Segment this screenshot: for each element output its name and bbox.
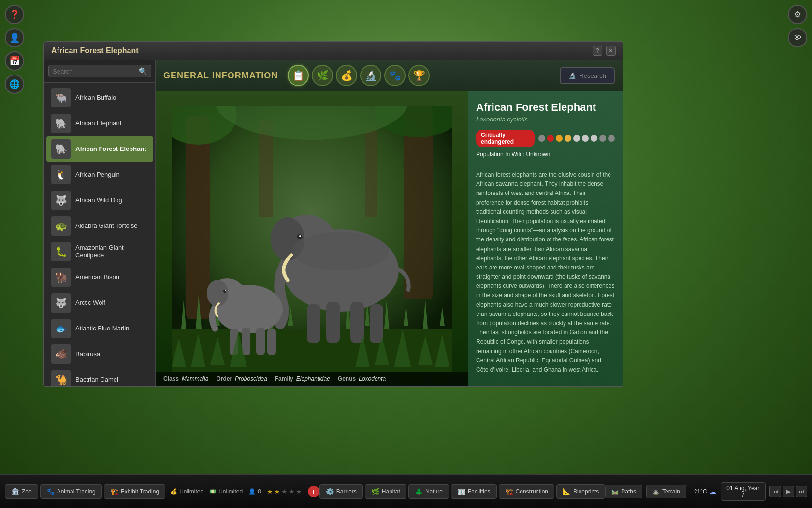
animal-name-arctic-wolf: Arctic Wolf [75, 299, 105, 307]
svg-point-38 [223, 290, 226, 293]
barriers-label: Barriers [336, 488, 357, 495]
hud-top-right: ⚙ 👁 [788, 5, 807, 47]
taskbar-blueprints-button[interactable]: 📐Blueprints [556, 484, 605, 499]
taxonomy-bar: ClassMammaliaOrderProboscideaFamilyEleph… [156, 372, 468, 386]
window-controls: ? ✕ [593, 46, 616, 56]
tab-trophy-button[interactable]: 🏆 [408, 65, 430, 86]
animal-item-african-elephant[interactable]: 🐘 African Elephant [46, 111, 153, 136]
money-stat-2: 💵 Unlimited [209, 488, 243, 495]
research-button[interactable]: 🔬 Research [560, 67, 615, 84]
exhibit-trading-label: Exhibit Trading [121, 488, 159, 495]
tab-social-button[interactable]: 🐾 [384, 65, 406, 86]
taskbar: 🏛️Zoo🐾Animal Trading🏗️Exhibit Trading 💰 … [0, 474, 812, 508]
population-value: Unknown [526, 151, 550, 158]
svg-point-29 [299, 235, 301, 237]
paths-label: Paths [621, 488, 636, 495]
animal-item-bactrian-camel[interactable]: 🐪 Bactrian Camel [46, 367, 153, 386]
construction-icon: 🏗️ [505, 488, 513, 495]
animal-name-bactrian-camel: Bactrian Camel [75, 376, 118, 384]
play-button[interactable]: ▶ [783, 486, 794, 497]
svg-point-34 [292, 232, 389, 270]
taskbar-animal-trading-button[interactable]: 🐾Animal Trading [40, 484, 102, 499]
eye-icon[interactable]: 👁 [788, 28, 807, 47]
animal-scientific-name: Loxodonta cyclotis [476, 116, 615, 123]
money-value-1: Unlimited [179, 488, 203, 495]
facilities-label: Facilities [468, 488, 491, 495]
svg-rect-43 [267, 329, 276, 355]
tab-habitat-button[interactable]: 🌿 [312, 65, 333, 86]
taskbar-nature-button[interactable]: 🌲Nature [408, 484, 449, 499]
animal-name-aldabra-giant-tortoise: Aldabra Giant Tortoise [75, 222, 137, 230]
temperature-display: 21°C [694, 488, 707, 495]
sidebar: 🔍 🐃 African Buffalo 🐘 African Elephant 🐘… [44, 60, 156, 386]
settings-icon[interactable]: ⚙ [788, 5, 807, 24]
tab-icons: 📋🌿💰🔬🐾🏆 [288, 65, 430, 86]
svg-rect-4 [365, 130, 377, 217]
animal-item-african-buffalo[interactable]: 🐃 African Buffalo [46, 85, 153, 110]
paths-button[interactable]: 🛤️ Paths [605, 485, 642, 498]
taskbar-construction-button[interactable]: 🏗️Construction [499, 484, 554, 499]
search-input[interactable] [53, 68, 139, 75]
help-icon[interactable]: ❓ [5, 5, 24, 24]
taskbar-habitat-button[interactable]: 🌿Habitat [365, 484, 406, 499]
status-dot-1 [547, 135, 554, 142]
animal-item-aldabra-giant-tortoise[interactable]: 🐢 Aldabra Giant Tortoise [46, 213, 153, 239]
taskbar-exhibit-trading-button[interactable]: 🏗️Exhibit Trading [104, 484, 165, 499]
taxonomy-value: Loxodonta [359, 375, 386, 382]
status-dots [538, 135, 615, 142]
animal-thumb-african-forest-elephant: 🐘 [51, 139, 71, 159]
window-help-button[interactable]: ? [593, 46, 602, 56]
status-dot-8 [608, 135, 615, 142]
animal-item-babirusa[interactable]: 🐗 Babirusa [46, 342, 153, 367]
animal-item-american-bison[interactable]: 🦬 American Bison [46, 265, 153, 290]
research-label: Research [579, 72, 606, 79]
tab-research-button[interactable]: 🔬 [360, 65, 381, 86]
taskbar-facilities-button[interactable]: 🏢Facilities [451, 484, 497, 499]
alert-icon[interactable]: ! [308, 486, 319, 497]
terrain-icon: ⛰️ [652, 488, 660, 495]
status-row: Critically endangered [476, 130, 615, 147]
svg-point-39 [225, 290, 226, 291]
terrain-button[interactable]: ⛰️ Terrain [646, 485, 686, 498]
animal-name-amazonian-giant-centipede: Amazonian Giant Centipede [75, 244, 148, 259]
animal-thumb-african-wild-dog: 🐺 [51, 191, 71, 210]
taxonomy-family: FamilyElephantidae [275, 375, 330, 382]
taskbar-left: 🏛️Zoo🐾Animal Trading🏗️Exhibit Trading [5, 484, 165, 499]
globe-icon[interactable]: 🌐 [5, 75, 24, 94]
rewind-button[interactable]: ⏮ [769, 486, 781, 497]
taxonomy-class: ClassMammalia [163, 375, 208, 382]
animal-item-atlantic-blue-marlin[interactable]: 🐟 Atlantic Blue Marlin [46, 316, 153, 341]
animal-item-arctic-wolf[interactable]: 🐺 Arctic Wolf [46, 290, 153, 315]
elephant-scene [156, 91, 468, 386]
animal-image-area: ClassMammaliaOrderProboscideaFamilyEleph… [156, 91, 468, 386]
blueprints-label: Blueprints [573, 488, 599, 495]
search-icon[interactable]: 🔍 [139, 67, 147, 75]
money-value-2: Unlimited [218, 488, 243, 495]
calendar-icon[interactable]: 📅 [5, 51, 24, 71]
window-close-button[interactable]: ✕ [606, 46, 616, 56]
animal-name-african-forest-elephant: African Forest Elephant [75, 145, 146, 153]
taskbar-zoo-button[interactable]: 🏛️Zoo [5, 484, 38, 499]
tab-trade-button[interactable]: 💰 [336, 65, 357, 86]
animal-item-amazonian-giant-centipede[interactable]: 🐛 Amazonian Giant Centipede [46, 239, 153, 264]
section-title: GENERAL INFORMATION [163, 71, 278, 81]
taskbar-barriers-button[interactable]: ⚙️Barriers [319, 484, 363, 499]
money-stat-1: 💰 Unlimited [170, 488, 203, 495]
animal-item-african-forest-elephant[interactable]: 🐘 African Forest Elephant [46, 136, 153, 162]
animal-trading-icon: 🐾 [46, 488, 55, 495]
facilities-icon: 🏢 [457, 488, 465, 495]
hud-top-left: ❓ 👤 📅 🌐 [5, 5, 24, 94]
fastforward-button[interactable]: ⏭ [796, 486, 807, 497]
tab-bar-left: GENERAL INFORMATION 📋🌿💰🔬🐾🏆 [163, 65, 430, 86]
animal-item-african-penguin[interactable]: 🐧 African Penguin [46, 162, 153, 187]
profile-icon[interactable]: 👤 [5, 28, 24, 47]
animal-thumb-atlantic-blue-marlin: 🐟 [51, 319, 71, 338]
content-area: GENERAL INFORMATION 📋🌿💰🔬🐾🏆 🔬 Research [156, 60, 623, 386]
taxonomy-label: Genus [338, 375, 356, 382]
play-controls: ⏮ ▶ ⏭ [769, 486, 807, 497]
tab-info-button[interactable]: 📋 [288, 65, 309, 86]
animal-name-african-buffalo: African Buffalo [75, 94, 116, 102]
info-description: African forest elephants are the elusive… [476, 170, 615, 374]
construction-label: Construction [516, 488, 548, 495]
animal-item-african-wild-dog[interactable]: 🐺 African Wild Dog [46, 188, 153, 213]
